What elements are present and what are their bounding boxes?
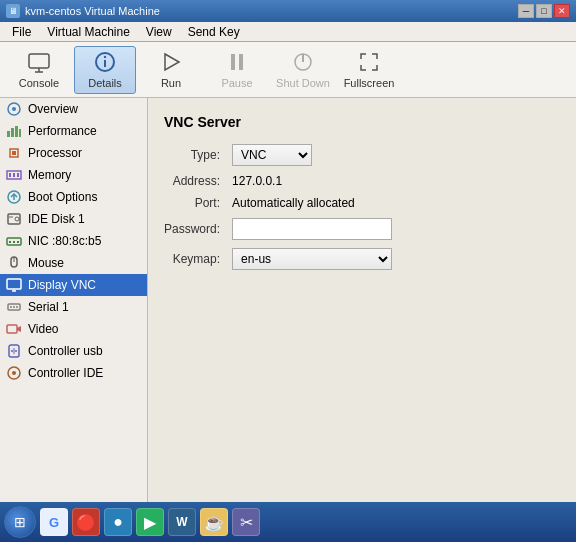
sidebar-item-memory[interactable]: Memory	[0, 164, 147, 186]
sidebar-item-displayvnc[interactable]: Display VNC	[0, 274, 147, 296]
section-title: VNC Server	[164, 114, 560, 130]
type-field[interactable]: VNC Spice	[232, 144, 504, 166]
svg-point-46	[15, 350, 17, 352]
nic-icon	[6, 233, 22, 249]
start-button[interactable]: ⊞	[4, 506, 36, 538]
password-field-container	[232, 218, 504, 240]
run-button[interactable]: Run	[140, 46, 202, 94]
pause-label: Pause	[221, 77, 252, 89]
taskbar-icon-play[interactable]: ▶	[136, 508, 164, 536]
minimize-button[interactable]: ─	[518, 4, 534, 18]
svg-point-39	[13, 306, 15, 308]
svg-rect-0	[29, 54, 49, 68]
taskbar-icon-coffee[interactable]: ☕	[200, 508, 228, 536]
svg-rect-41	[7, 325, 17, 333]
sidebar-item-overview[interactable]: Overview	[0, 98, 147, 120]
type-label: Type:	[164, 148, 224, 162]
details-icon	[93, 50, 117, 74]
controlleride-label: Controller IDE	[28, 366, 103, 380]
menu-bar: File Virtual Machine View Send Key	[0, 22, 576, 42]
sidebar-item-controllerusb[interactable]: Controller usb	[0, 340, 147, 362]
taskbar-icon-chrome[interactable]: G	[40, 508, 68, 536]
console-label: Console	[19, 77, 59, 89]
keymap-label: Keymap:	[164, 252, 224, 266]
svg-rect-22	[17, 173, 19, 177]
menu-file[interactable]: File	[4, 23, 39, 41]
details-button[interactable]: Details	[74, 46, 136, 94]
svg-rect-25	[8, 214, 20, 224]
memory-icon	[6, 167, 22, 183]
idedisk1-label: IDE Disk 1	[28, 212, 85, 226]
menu-send-key[interactable]: Send Key	[180, 23, 248, 41]
password-label: Password:	[164, 222, 224, 236]
sidebar-item-serial1[interactable]: Serial 1	[0, 296, 147, 318]
title-bar: 🖥 kvm-centos Virtual Machine ─ □ ✕	[0, 0, 576, 22]
menu-view[interactable]: View	[138, 23, 180, 41]
keymap-field[interactable]: en-us de fr es ja	[232, 248, 504, 270]
password-input[interactable]	[232, 218, 392, 240]
port-label: Port:	[164, 196, 224, 210]
fullscreen-button[interactable]: Fullscreen	[338, 46, 400, 94]
keymap-select[interactable]: en-us de fr es ja	[232, 248, 392, 270]
performance-icon	[6, 123, 22, 139]
svg-rect-29	[9, 241, 11, 243]
sidebar-item-video[interactable]: Video	[0, 318, 147, 340]
title-bar-left: 🖥 kvm-centos Virtual Machine	[6, 4, 160, 18]
taskbar-icon-blue[interactable]: ●	[104, 508, 132, 536]
displayvnc-label: Display VNC	[28, 278, 96, 292]
processor-label: Processor	[28, 146, 82, 160]
overview-icon	[6, 101, 22, 117]
svg-point-26	[15, 217, 19, 221]
mouse-label: Mouse	[28, 256, 64, 270]
nic-label: NIC :80:8c:b5	[28, 234, 101, 248]
svg-rect-13	[7, 131, 10, 137]
boot-label: Boot Options	[28, 190, 97, 204]
fullscreen-icon	[357, 50, 381, 74]
sidebar: Overview Performance Processor Memory Bo…	[0, 98, 148, 502]
svg-rect-31	[17, 241, 19, 243]
svg-point-38	[10, 306, 12, 308]
window-title: kvm-centos Virtual Machine	[25, 5, 160, 17]
taskbar-icon-scissors[interactable]: ✂	[232, 508, 260, 536]
console-button[interactable]: Console	[8, 46, 70, 94]
svg-marker-6	[165, 54, 179, 70]
svg-point-5	[104, 56, 106, 58]
svg-rect-34	[7, 279, 21, 289]
processor-icon	[6, 145, 22, 161]
mouse-icon	[6, 255, 22, 271]
fullscreen-label: Fullscreen	[344, 77, 395, 89]
close-button[interactable]: ✕	[554, 4, 570, 18]
toolbar: Console Details Run Pause	[0, 42, 576, 98]
shutdown-label: Shut Down	[276, 77, 330, 89]
menu-virtual-machine[interactable]: Virtual Machine	[39, 23, 138, 41]
sidebar-item-performance[interactable]: Performance	[0, 120, 147, 142]
svg-rect-21	[13, 173, 15, 177]
svg-rect-16	[19, 129, 21, 137]
svg-rect-20	[9, 173, 11, 177]
taskbar-icon-red[interactable]: 🔴	[72, 508, 100, 536]
displayvnc-icon	[6, 277, 22, 293]
maximize-button[interactable]: □	[536, 4, 552, 18]
taskbar-icon-word[interactable]: W	[168, 508, 196, 536]
pause-button[interactable]: Pause	[206, 46, 268, 94]
app-icon: 🖥	[6, 4, 20, 18]
svg-point-48	[12, 371, 16, 375]
svg-rect-30	[13, 241, 15, 243]
sidebar-item-processor[interactable]: Processor	[0, 142, 147, 164]
main-area: Overview Performance Processor Memory Bo…	[0, 98, 576, 502]
address-label: Address:	[164, 174, 224, 188]
pause-icon	[225, 50, 249, 74]
type-select[interactable]: VNC Spice	[232, 144, 312, 166]
sidebar-item-controlleride[interactable]: Controller IDE	[0, 362, 147, 384]
vnc-form: Type: VNC Spice Address: 127.0.0.1 Port:…	[164, 144, 504, 270]
content-area: VNC Server Type: VNC Spice Address: 127.…	[148, 98, 576, 502]
overview-label: Overview	[28, 102, 78, 116]
video-icon	[6, 321, 22, 337]
sidebar-item-boot[interactable]: Boot Options	[0, 186, 147, 208]
shutdown-button[interactable]: Shut Down	[272, 46, 334, 94]
svg-rect-7	[231, 54, 235, 70]
sidebar-item-mouse[interactable]: Mouse	[0, 252, 147, 274]
controllerusb-icon	[6, 343, 22, 359]
sidebar-item-nic[interactable]: NIC :80:8c:b5	[0, 230, 147, 252]
sidebar-item-idedisk1[interactable]: IDE Disk 1	[0, 208, 147, 230]
